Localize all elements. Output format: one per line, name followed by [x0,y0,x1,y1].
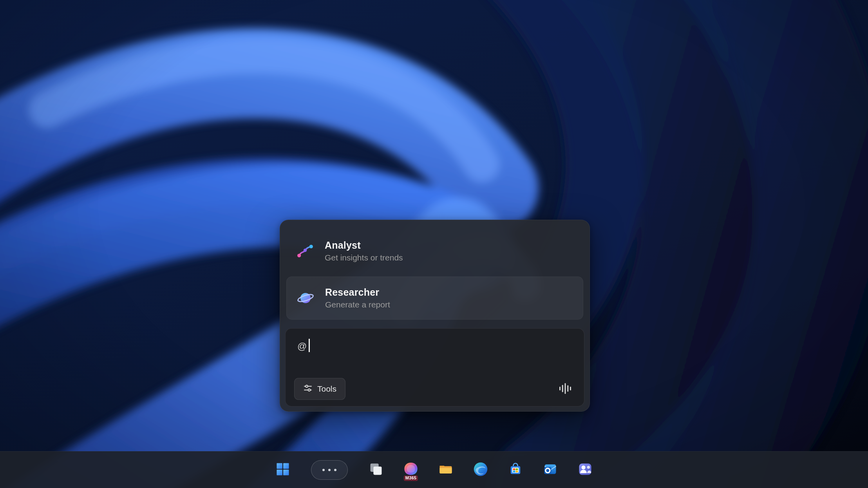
tools-button[interactable]: Tools [294,378,345,400]
voice-input-button[interactable] [558,381,572,397]
menu-item-title: Analyst [325,240,403,251]
menu-item-subtitle: Generate a report [325,300,390,309]
sliders-icon [303,383,313,395]
input-text: @ [297,341,307,351]
tools-button-label: Tools [317,384,336,394]
menu-item-subtitle: Get insights or trends [325,253,403,262]
edge-browser-icon [473,461,488,478]
copilot-m365-button[interactable]: M365 [400,459,422,481]
researcher-planet-icon [297,289,315,307]
ellipsis-dot [334,469,336,471]
task-view-button[interactable] [365,459,387,481]
outlook-button[interactable] [539,459,562,481]
microsoft-store-button[interactable] [504,459,527,481]
outlook-icon [542,461,558,478]
edge-button[interactable] [469,459,492,481]
teams-icon [577,461,593,478]
ellipsis-dot [322,469,325,471]
prompt-input[interactable]: @ Tools [285,328,584,407]
windows-logo-icon [275,461,291,478]
m365-badge: M365 [404,475,418,481]
menu-item-analyst[interactable]: Analyst Get insights or trends [286,231,583,271]
menu-item-researcher[interactable]: Researcher Generate a report [286,277,583,320]
ellipsis-dot [328,469,331,471]
text-caret [309,339,310,352]
folder-icon [438,461,454,478]
task-view-icon [368,461,384,478]
taskbar: M365 [0,451,868,488]
file-explorer-button[interactable] [434,459,457,481]
analyst-chart-icon [296,242,314,260]
start-button[interactable] [271,459,294,481]
voice-waveform-icon [558,381,572,397]
taskbar-center-group: M365 [271,459,597,481]
teams-button[interactable] [574,459,597,481]
store-icon [508,461,523,478]
menu-item-title: Researcher [325,287,390,298]
taskbar-overflow-pill[interactable] [311,460,348,480]
copilot-flyout: Analyst Get insights or trends Researche… [280,220,590,412]
